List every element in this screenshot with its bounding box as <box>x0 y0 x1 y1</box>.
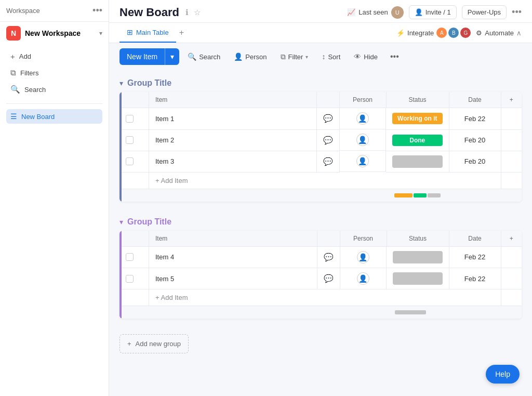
row-1-msg[interactable]: 💬 <box>316 108 339 130</box>
group-1-add-col-header[interactable]: + <box>501 92 522 108</box>
row-3-add <box>501 151 522 172</box>
group-1-person-header: Person <box>339 92 386 108</box>
help-label: Help <box>495 370 510 378</box>
tab-main-table-label: Main Table <box>136 29 169 36</box>
row-5-check[interactable] <box>121 268 149 289</box>
row-1-status[interactable]: Working on it <box>386 108 449 130</box>
add-item-row[interactable]: + Add Item <box>121 172 522 189</box>
person-avatar[interactable]: 👤 <box>356 112 369 125</box>
row-3-person[interactable]: 👤 <box>340 151 387 172</box>
person-label: Person <box>245 53 267 61</box>
sort-icon: ↕ <box>322 52 325 61</box>
group-1-chevron-icon: ▾ <box>119 79 123 87</box>
row-4-check[interactable] <box>121 246 149 268</box>
integrate-icon: ⚡ <box>396 29 405 37</box>
row-3-name[interactable]: Item 3 <box>149 151 317 172</box>
new-item-button[interactable]: New Item ▾ <box>119 48 179 65</box>
row-2-msg[interactable]: 💬 <box>316 129 339 151</box>
sidebar-action-filters[interactable]: ⧉ Filters <box>6 65 102 81</box>
row-3-msg[interactable]: 💬 <box>316 151 339 172</box>
row-4-name[interactable]: Item 4 <box>149 246 317 268</box>
sidebar-dots-icon[interactable]: ••• <box>92 5 102 16</box>
sidebar-action-search-label: Search <box>24 86 46 94</box>
checkbox-4[interactable] <box>126 253 134 261</box>
last-seen-label: Last seen <box>358 8 388 16</box>
group-1-table: Item Person Status Date <box>119 92 522 202</box>
filter-button[interactable]: ⧉ Filter ▾ <box>275 49 314 64</box>
row-5-msg[interactable]: 💬 <box>317 268 340 289</box>
powerups-button[interactable]: Power-Ups <box>462 5 507 19</box>
tabs-add-button[interactable]: + <box>176 25 187 41</box>
group-1-table-wrapper: Item Person Status Date <box>119 92 522 202</box>
row-2-person[interactable]: 👤 <box>340 129 387 151</box>
star-icon[interactable]: ☆ <box>193 7 202 18</box>
row-1-person[interactable]: 👤 <box>340 108 387 129</box>
search-button[interactable]: 🔍 Search <box>182 49 225 64</box>
row-1-check[interactable] <box>121 108 149 130</box>
group-2-title[interactable]: Group Title <box>127 217 171 227</box>
group-1-title[interactable]: Group Title <box>127 78 171 88</box>
table-row: Item 3 💬 👤 Feb 20 <box>121 151 522 172</box>
add-item-row-2[interactable]: + Add Item <box>121 289 522 306</box>
row-1-name[interactable]: Item 1 <box>149 108 317 130</box>
collapse-icon[interactable]: ∧ <box>516 29 522 37</box>
row-2-name[interactable]: Item 2 <box>149 129 317 151</box>
status-badge-empty[interactable] <box>393 251 443 263</box>
row-4-add <box>501 246 522 268</box>
sidebar-action-search[interactable]: 🔍 Search <box>6 82 102 97</box>
status-badge-done[interactable]: Done <box>392 135 443 146</box>
row-2-status[interactable]: Done <box>386 129 449 151</box>
hide-button[interactable]: 👁 Hide <box>349 49 383 64</box>
toolbar-more-icon[interactable]: ••• <box>386 49 403 64</box>
row-5-status[interactable] <box>387 268 449 289</box>
checkbox-1[interactable] <box>126 115 134 123</box>
row-3-status[interactable] <box>386 151 449 172</box>
checkbox-2[interactable] <box>126 136 134 144</box>
checkbox-5[interactable] <box>126 275 134 283</box>
tab-main-table[interactable]: ⊞ Main Table <box>119 23 176 43</box>
group-1-header[interactable]: ▾ Group Title <box>119 78 522 88</box>
person-button[interactable]: 👤 Person <box>229 49 272 64</box>
row-5-name[interactable]: Item 5 <box>149 268 317 289</box>
integrate-button[interactable]: ⚡ Integrate A B G <box>396 28 471 38</box>
sidebar-workspace-selector[interactable]: N New Workspace ▾ <box>0 22 109 45</box>
checkbox-3[interactable] <box>126 157 134 165</box>
row-4-status[interactable] <box>387 246 449 268</box>
add-new-group-button[interactable]: + Add new group <box>119 334 189 353</box>
group-2-add-col-header[interactable]: + <box>501 231 522 247</box>
chart-icon: 📈 <box>347 8 355 16</box>
group-2-person-header: Person <box>340 231 387 247</box>
row-5-person[interactable]: 👤 <box>340 268 387 289</box>
add-item-label[interactable]: + Add Item <box>149 172 501 189</box>
person-avatar[interactable]: 👤 <box>357 251 369 263</box>
info-icon[interactable]: ℹ <box>184 7 190 18</box>
message-icon[interactable]: 💬 <box>323 157 333 166</box>
new-item-dropdown-icon[interactable]: ▾ <box>165 48 179 65</box>
message-icon[interactable]: 💬 <box>323 114 333 123</box>
board-title: New Board <box>119 6 179 19</box>
topbar-more-icon[interactable]: ••• <box>512 7 522 18</box>
automate-button[interactable]: ⚙ Automate ∧ <box>476 29 522 37</box>
sidebar-action-add[interactable]: + Add <box>6 49 102 64</box>
topbar-icons: ℹ ☆ <box>184 7 202 18</box>
person-avatar[interactable]: 👤 <box>356 134 369 146</box>
message-icon[interactable]: 💬 <box>324 274 334 283</box>
row-2-check[interactable] <box>121 129 149 151</box>
sidebar-item-new-board[interactable]: ☰ New Board <box>6 109 102 124</box>
message-icon[interactable]: 💬 <box>324 253 334 261</box>
group-2-header[interactable]: ▾ Group Title <box>119 217 522 227</box>
sort-button[interactable]: ↕ Sort <box>316 49 345 64</box>
person-avatar[interactable]: 👤 <box>356 155 369 167</box>
status-badge-empty[interactable] <box>392 155 443 168</box>
status-badge-empty[interactable] <box>393 272 443 285</box>
help-button[interactable]: Help <box>486 365 520 384</box>
row-4-person[interactable]: 👤 <box>340 247 387 268</box>
row-3-check[interactable] <box>121 151 149 172</box>
person-avatar[interactable]: 👤 <box>357 272 369 285</box>
status-badge-working[interactable]: Working on it <box>392 113 443 124</box>
add-item-label-2[interactable]: + Add Item <box>149 289 501 306</box>
row-4-msg[interactable]: 💬 <box>317 246 340 268</box>
message-icon[interactable]: 💬 <box>323 136 333 144</box>
invite-button[interactable]: 👤 Invite / 1 <box>409 5 457 19</box>
group-2-msg-header <box>317 231 340 247</box>
